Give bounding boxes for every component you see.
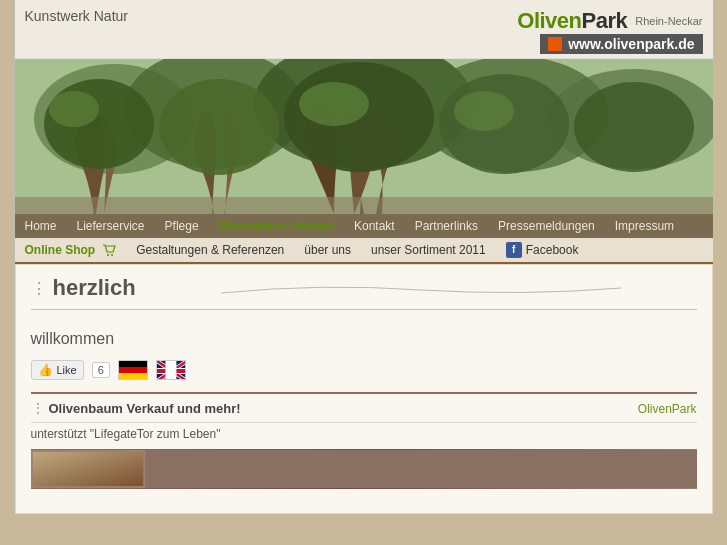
primary-nav: Home Lieferservice Pflege Olivenbaum Ver… bbox=[15, 214, 713, 238]
herzlich-title: herzlich bbox=[53, 275, 136, 301]
herzlich-section: ⋮ herzlich bbox=[31, 275, 697, 310]
facebook-icon: f bbox=[506, 242, 522, 258]
nav-pressemeldungen[interactable]: Pressemeldungen bbox=[488, 214, 605, 238]
sec-nav-sortiment[interactable]: unser Sortiment 2011 bbox=[361, 239, 496, 261]
sec-nav-online-shop[interactable]: Online Shop bbox=[15, 239, 127, 261]
online-shop-label: Online Shop bbox=[25, 243, 96, 257]
social-row: 👍 Like 6 bbox=[31, 360, 697, 380]
logo-url-text: www.olivenpark.de bbox=[568, 36, 694, 52]
nav-pflege[interactable]: Pflege bbox=[155, 214, 209, 238]
svg-point-14 bbox=[454, 91, 514, 131]
hero-image bbox=[15, 59, 713, 214]
svg-point-7 bbox=[159, 79, 279, 175]
sec-nav-facebook[interactable]: f Facebook bbox=[496, 238, 589, 262]
nav-kontakt[interactable]: Kontakt bbox=[344, 214, 405, 238]
willkommen-text: willkommen bbox=[31, 330, 697, 348]
secondary-nav: Online Shop Gestaltungen & Referenzen üb… bbox=[15, 238, 713, 264]
bottom-bars-icon: ⋮ bbox=[31, 400, 45, 416]
nav-home[interactable]: Home bbox=[15, 214, 67, 238]
svg-point-12 bbox=[49, 91, 99, 127]
svg-rect-11 bbox=[15, 197, 713, 214]
fb-like-button[interactable]: 👍 Like bbox=[31, 360, 84, 380]
logo-brand: OlivenPark Rhein-Neckar bbox=[517, 8, 702, 34]
svg-point-15 bbox=[107, 254, 109, 256]
header: Kunstwerk Natur OlivenPark Rhein-Neckar … bbox=[15, 0, 713, 59]
thumbs-up-icon: 👍 bbox=[38, 363, 53, 377]
uk-flag-icon[interactable] bbox=[156, 360, 186, 380]
bottom-title: ⋮ Olivenbaum Verkauf und mehr! bbox=[31, 400, 241, 416]
bottom-olivenpark-link[interactable]: OlivenPark bbox=[638, 402, 697, 416]
site-title: Kunstwerk Natur bbox=[25, 6, 128, 24]
facebook-label: Facebook bbox=[526, 243, 579, 257]
svg-point-16 bbox=[111, 254, 113, 256]
thumbnail-strip bbox=[31, 449, 697, 489]
logo-url-box[interactable]: www.olivenpark.de bbox=[540, 34, 702, 54]
fb-like-label: Like bbox=[57, 364, 77, 376]
logo-subtitle: Rhein-Neckar bbox=[635, 15, 702, 27]
nav-lieferservice[interactable]: Lieferservice bbox=[67, 214, 155, 238]
svg-point-13 bbox=[299, 82, 369, 126]
logo-area: OlivenPark Rhein-Neckar www.olivenpark.d… bbox=[517, 6, 702, 54]
fb-count-badge: 6 bbox=[92, 362, 110, 378]
nav-olivenbaum-verkauf[interactable]: Olivenbaum Verkauf bbox=[209, 214, 344, 238]
german-flag-icon[interactable] bbox=[118, 360, 148, 380]
nav-partnerlinks[interactable]: Partnerlinks bbox=[405, 214, 488, 238]
lifegate-text: unterstützt "LifegateTor zum Leben" bbox=[31, 422, 697, 445]
sec-nav-ueber-uns[interactable]: über uns bbox=[294, 239, 361, 261]
logo-brand-text: OlivenPark bbox=[517, 8, 627, 34]
willkommen-section: willkommen 👍 Like 6 bbox=[31, 322, 697, 497]
sec-nav-gestaltungen[interactable]: Gestaltungen & Referenzen bbox=[126, 239, 294, 261]
cart-icon bbox=[102, 244, 116, 256]
bottom-section: ⋮ Olivenbaum Verkauf und mehr! OlivenPar… bbox=[31, 392, 697, 416]
svg-point-10 bbox=[574, 82, 694, 172]
orange-square-icon bbox=[548, 37, 562, 51]
nav-impressum[interactable]: Impressum bbox=[605, 214, 684, 238]
main-content: ⋮ herzlich willkommen 👍 Like 6 bbox=[15, 264, 713, 514]
main-wrapper: Kunstwerk Natur OlivenPark Rhein-Neckar … bbox=[14, 0, 714, 514]
herzlich-bars-icon: ⋮ bbox=[31, 279, 47, 298]
svg-rect-20 bbox=[32, 452, 142, 486]
bottom-title-text: Olivenbaum Verkauf und mehr! bbox=[49, 401, 241, 416]
